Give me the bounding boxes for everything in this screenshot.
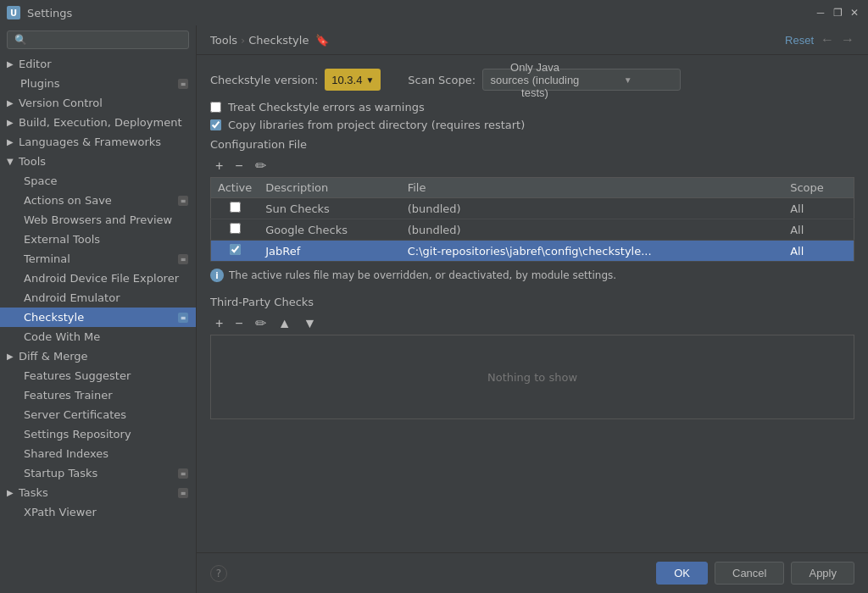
remove-button[interactable]: − [230, 156, 248, 175]
sidebar-item-label: Actions on Save [24, 194, 112, 207]
arrow-icon: ▼ [7, 157, 15, 166]
row-active-checkbox[interactable] [230, 244, 241, 255]
table-row[interactable]: Sun Checks (bundled) All [211, 198, 854, 219]
info-message: i The active rules file may be overridde… [210, 269, 854, 282]
sidebar-item-xpath-viewer[interactable]: XPath Viewer [0, 502, 196, 522]
config-table: Active Description File Scope Sun Checks… [210, 177, 854, 262]
sidebar-item-server-certificates[interactable]: Server Certificates [0, 405, 196, 424]
edit-third-party-button[interactable]: ✏ [250, 313, 271, 333]
col-description: Description [259, 178, 400, 198]
sidebar-item-code-with-me[interactable]: Code With Me [0, 327, 196, 346]
config-toolbar: + − ✏ [210, 156, 854, 175]
col-scope: Scope [783, 178, 854, 198]
version-row: Checkstyle version: 10.3.4 ▼ Scan Scope:… [210, 69, 854, 91]
row-active-checkbox[interactable] [230, 223, 241, 234]
info-icon: i [210, 269, 224, 282]
add-third-party-button[interactable]: + [210, 313, 228, 333]
ok-button[interactable]: OK [656, 562, 708, 585]
table-row[interactable]: Google Checks (bundled) All [211, 219, 854, 241]
close-button[interactable]: ✕ [848, 6, 861, 19]
badge-icon: ≡ [177, 487, 189, 499]
arrow-icon: ▶ [7, 59, 15, 69]
sidebar-item-label: Settings Repository [24, 428, 131, 441]
dropdown-arrow-icon: ▼ [583, 75, 673, 85]
sidebar-item-label: Startup Tasks [24, 467, 97, 479]
sidebar-item-terminal[interactable]: Terminal ≡ [0, 249, 196, 269]
sidebar-item-startup-tasks[interactable]: Startup Tasks ≡ [0, 463, 196, 483]
sidebar-item-tasks[interactable]: ▶ Tasks ≡ [0, 483, 196, 502]
sidebar-item-version-control[interactable]: ▶ Version Control [0, 93, 196, 113]
move-down-button[interactable]: ▼ [298, 313, 322, 333]
content-area: Tools › Checkstyle 🔖 Reset ← → Checkstyl… [197, 25, 868, 593]
arrow-icon: ▶ [7, 352, 15, 361]
info-text: The active rules file may be overridden,… [229, 269, 616, 281]
add-button[interactable]: + [210, 156, 228, 175]
row-active-checkbox[interactable] [230, 202, 241, 213]
table-row[interactable]: JabRef C:\git-repositories\jabref\config… [211, 241, 854, 262]
nav-forward-button[interactable]: → [841, 32, 854, 47]
sidebar-item-label: Terminal [24, 252, 70, 265]
sidebar-item-build[interactable]: ▶ Build, Execution, Deployment [0, 113, 196, 132]
sidebar-item-shared-indexes[interactable]: Shared Indexes [0, 444, 196, 463]
row-file: (bundled) [401, 198, 783, 219]
badge-icon: ≡ [177, 312, 189, 324]
copy-libraries-checkbox[interactable] [210, 119, 221, 130]
row-scope: All [783, 219, 854, 241]
sidebar-item-editor[interactable]: ▶ Editor [0, 54, 196, 74]
minimize-button[interactable]: ─ [814, 6, 827, 19]
sidebar-item-plugins[interactable]: Plugins ≡ [0, 74, 196, 93]
nav-back-button[interactable]: ← [821, 32, 834, 47]
arrow-icon: ▶ [7, 98, 15, 108]
search-box[interactable]: 🔍 [7, 30, 189, 49]
sidebar-item-external-tools[interactable]: External Tools [0, 230, 196, 249]
dropdown-arrow-icon: ▼ [365, 75, 374, 85]
help-button[interactable]: ? [210, 565, 227, 582]
sidebar-item-label: Server Certificates [24, 408, 126, 421]
sidebar-item-label: Editor [19, 58, 51, 70]
sidebar-item-label: Space [24, 175, 58, 187]
svg-text:≡: ≡ [181, 256, 186, 263]
sidebar-item-tools[interactable]: ▼ Tools [0, 152, 196, 171]
restore-button[interactable]: ❐ [831, 6, 844, 19]
apply-button[interactable]: Apply [791, 562, 854, 585]
arrow-icon: ▶ [7, 488, 15, 497]
third-party-empty-area: Nothing to show [210, 335, 854, 419]
copy-libraries-label: Copy libraries from project directory (r… [228, 119, 525, 131]
settings-body: Checkstyle version: 10.3.4 ▼ Scan Scope:… [197, 55, 868, 552]
sidebar-item-web-browsers[interactable]: Web Browsers and Preview [0, 210, 196, 230]
col-active: Active [211, 178, 259, 198]
config-file-title: Configuration File [210, 138, 854, 151]
sidebar-item-android-emulator[interactable]: Android Emulator [0, 288, 196, 308]
sidebar-item-android-device[interactable]: Android Device File Explorer [0, 269, 196, 288]
sidebar-item-actions-on-save[interactable]: Actions on Save ≡ [0, 191, 196, 210]
sidebar-item-space[interactable]: Space [0, 171, 196, 191]
sidebar-item-diff-merge[interactable]: ▶ Diff & Merge [0, 346, 196, 366]
sidebar-item-settings-repository[interactable]: Settings Repository [0, 424, 196, 444]
treat-warnings-checkbox[interactable] [210, 102, 221, 113]
version-label: Checkstyle version: [210, 74, 318, 86]
badge-icon: ≡ [177, 195, 189, 207]
bookmark-icon[interactable]: 🔖 [315, 34, 329, 47]
edit-button[interactable]: ✏ [250, 156, 271, 175]
remove-third-party-button[interactable]: − [230, 313, 248, 333]
sidebar-item-features-trainer[interactable]: Features Trainer [0, 385, 196, 405]
sidebar-scroll: ▶ Editor Plugins ≡ ▶ Version Control ▶ B… [0, 54, 196, 593]
sidebar-item-label: Plugins [20, 77, 60, 90]
sidebar-item-label: Tasks [19, 486, 48, 499]
sidebar-item-label: Checkstyle [24, 311, 84, 324]
scan-scope-dropdown[interactable]: Only Java sources (including tests) ▼ [482, 69, 681, 91]
sidebar-item-features-suggester[interactable]: Features Suggester [0, 366, 196, 385]
search-icon: 🔍 [14, 34, 27, 46]
reset-button[interactable]: Reset [785, 34, 814, 47]
row-file: C:\git-repositories\jabref\config\checks… [401, 241, 783, 262]
cancel-button[interactable]: Cancel [715, 562, 784, 585]
sidebar-item-label: Diff & Merge [19, 350, 88, 363]
copy-libraries-row: Copy libraries from project directory (r… [210, 119, 854, 131]
search-input[interactable] [31, 34, 181, 46]
version-dropdown[interactable]: 10.3.4 ▼ [325, 69, 381, 91]
sidebar-item-languages[interactable]: ▶ Languages & Frameworks [0, 132, 196, 152]
sidebar-item-label: Code With Me [24, 330, 100, 343]
move-up-button[interactable]: ▲ [273, 313, 297, 333]
svg-text:≡: ≡ [181, 80, 186, 88]
sidebar-item-checkstyle[interactable]: Checkstyle ≡ [0, 308, 196, 327]
